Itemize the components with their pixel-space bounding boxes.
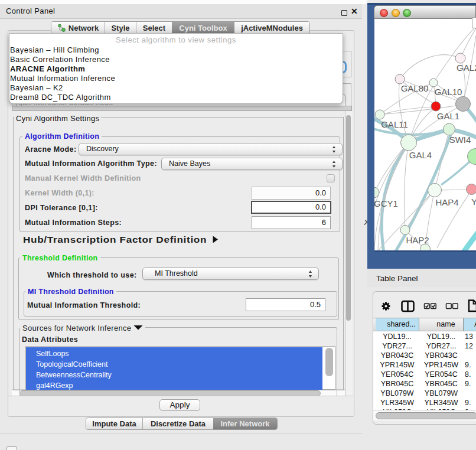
svg-text:HAP2: HAP2	[406, 235, 429, 245]
svg-text:GAL2: GAL2	[457, 63, 476, 73]
svg-text:GAL10: GAL10	[435, 87, 462, 97]
svg-text:GCY1: GCY1	[374, 198, 398, 208]
svg-text:YM: YM	[471, 197, 476, 207]
svg-text:GAL4: GAL4	[409, 150, 432, 160]
svg-text:GAL80: GAL80	[401, 83, 429, 93]
svg-text:GAL11: GAL11	[381, 119, 408, 129]
svg-text:HAP4: HAP4	[435, 197, 458, 207]
svg-text:GAL1: GAL1	[437, 111, 459, 121]
svg-text:SWI4: SWI4	[449, 135, 471, 145]
